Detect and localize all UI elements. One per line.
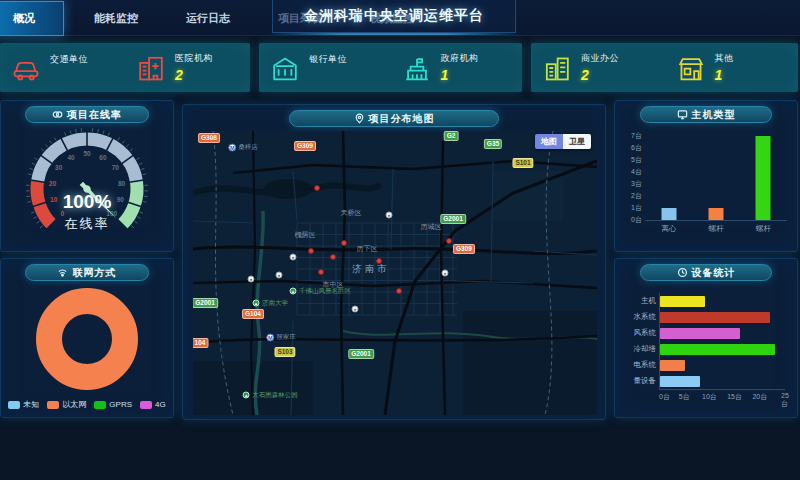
y-tick: 2台 [631,191,642,201]
bar-离心 [661,208,676,220]
road-badge-G309: G309 [294,141,316,151]
legend-item-以太网: 以太网 [47,399,86,410]
nav-tab-1[interactable]: 能耗监控 [70,3,162,34]
map-roads [193,131,597,415]
svg-text:40: 40 [67,154,75,161]
project-dot-marker[interactable] [446,238,452,244]
device-row-电系统: 电系统 [660,357,785,373]
bar-螺杆 [756,136,771,220]
road-badge-G2: G2 [444,131,459,141]
map-label-poi: 千佛山风景名胜区 [299,287,351,296]
road-badge-G2001: G2001 [440,214,466,224]
project-dot-marker[interactable] [376,258,382,264]
svg-text:10: 10 [50,196,58,203]
x-tick: 0台 [659,392,670,402]
host-x-axis: 离心螺杆螺杆 [645,224,787,234]
bar-螺杆 [709,208,724,220]
y-tick: 0台 [631,215,642,225]
road-badge-G104: G104 [242,309,264,319]
bar-电系统 [660,360,685,371]
road-badge-S101: S101 [512,158,533,168]
row-label: 电系统 [622,360,656,370]
stat-value: 1 [715,67,734,83]
metro-station-marker: M殷家庄 [266,333,296,342]
project-dot-marker[interactable] [330,254,336,260]
stat-card-2: 商业办公2其他1 [531,43,798,92]
poi-circle-marker: ● [248,276,255,283]
project-dot-marker[interactable] [396,288,402,294]
page-title: 金洲科瑞中央空调运维平台 [304,7,484,25]
y-tick: 4台 [631,167,642,177]
svg-text:50: 50 [83,150,91,157]
stat-value: 1 [441,67,479,83]
panel-project-map-title: 项目分布地图 [369,112,435,126]
stat-card-1: 银行单位政府机构1 [259,43,522,92]
bar-水系统 [660,312,770,323]
stat-label: 银行单位 [309,53,347,66]
x-category: 螺杆 [740,224,787,234]
link-icon [52,109,63,120]
shop-icon [677,54,705,82]
road-badge-G308: G308 [198,133,220,143]
map-label-district: 历城区 [421,222,442,232]
svg-text:20: 20 [49,180,57,187]
project-dot-marker[interactable] [308,248,314,254]
poi-circle-marker: ● [352,306,359,313]
bank-icon [271,54,299,82]
row-label: 冷却塔 [622,344,656,354]
monitor-icon [677,109,688,120]
metro-label: 殷家庄 [276,333,296,342]
road-badge-S103: S103 [274,347,295,357]
x-tick: 15台 [727,392,742,402]
y-tick: 6台 [631,143,642,153]
panel-online-rate-header: 项目在线率 [25,106,149,123]
map-canvas[interactable]: 济南市槐荫区天桥区历下区市中区历城区济南大学▲千佛山风景名胜区▲大石崮森林公园▲… [193,131,597,415]
nav-tab-0[interactable]: 概况 [0,1,64,36]
project-dot-marker[interactable] [341,240,347,246]
map-control-map[interactable]: 地图 [535,134,563,149]
metro-icon: M [266,333,274,341]
stat-item-银行单位: 银行单位 [259,53,391,83]
stats-row: 交通单位医院机构2银行单位政府机构1商业办公2其他1 [0,43,800,92]
device-rows: 主机水系统风系统冷却塔电系统量设备 [659,293,785,389]
donut-chart [7,281,167,395]
stat-label: 政府机构 [441,52,479,65]
map-control-satellite[interactable]: 卫星 [563,134,591,149]
svg-text:90: 90 [117,196,125,203]
metro-icon: M [228,143,236,151]
legend-swatch [8,401,20,409]
platform-title-box: 金洲科瑞中央空调运维平台 [272,0,516,33]
location-pin-icon [354,113,365,124]
svg-text:30: 30 [55,164,63,171]
nav-tab-2[interactable]: 运行日志 [162,3,254,34]
stat-item-政府机构: 政府机构1 [391,52,523,83]
poi-circle-marker: ● [276,272,283,279]
host-type-chart: 0台1台2台3台4台5台6台7台 [623,137,787,221]
panel-project-map-header: 项目分布地图 [289,110,499,127]
road-badge-G2001: G2001 [193,298,218,308]
legend-swatch [94,401,106,409]
row-label: 风系统 [622,328,656,338]
project-dot-marker[interactable] [314,185,320,191]
metro-label: 桑梓店 [238,143,258,152]
stat-label: 交通单位 [50,53,88,66]
svg-text:70: 70 [112,164,120,171]
poi-circle-marker: ● [290,254,297,261]
bar-主机 [660,296,705,307]
device-row-量设备: 量设备 [660,373,785,389]
road-badge-G309: G309 [453,244,475,254]
x-category: 螺杆 [692,224,739,234]
stat-item-交通单位: 交通单位 [0,53,125,83]
device-row-冷却塔: 冷却塔 [660,341,785,357]
wifi-icon [57,267,68,278]
legend-item-4G: 4G [140,399,166,410]
clock-icon [677,267,688,278]
project-dot-marker[interactable] [318,269,324,275]
stat-label: 医院机构 [175,52,213,65]
legend-label: 未知 [23,399,39,410]
map-layer-toggle: 地图卫星 [535,134,591,149]
x-category: 离心 [645,224,692,234]
poi-circle-marker: ● [386,212,393,219]
poi-circle-marker: ● [442,270,449,277]
legend-item-GPRS: GPRS [94,399,132,410]
